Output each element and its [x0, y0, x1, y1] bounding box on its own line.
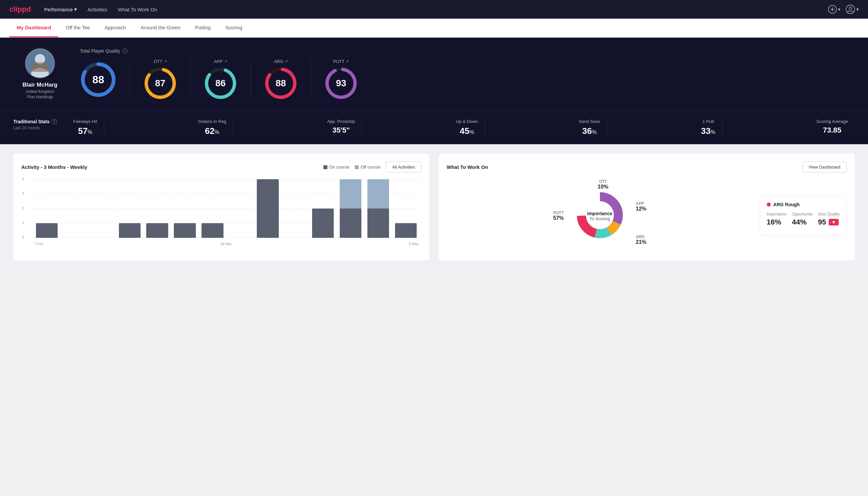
- profile-country: United Kingdom: [26, 89, 54, 94]
- what-to-work-on-card: What To Work On View Dashboard PUTT 57% …: [439, 154, 855, 261]
- stat-up-down-value: 45%: [460, 126, 474, 136]
- activity-card-header: Activity - 3 Months - Weekly On course O…: [21, 161, 421, 173]
- score-label-app: APP ↗: [214, 59, 227, 64]
- profile-handicap: Plus Handicap: [27, 95, 53, 99]
- info-dot-icon: [767, 203, 771, 206]
- stat-greens-value: 62%: [205, 126, 219, 136]
- activity-bar-chart: 4 3 2 1 0 7 Feb 28 Mar 9 May: [21, 179, 421, 246]
- ring-app: 86: [204, 67, 237, 100]
- bar-on-course: [257, 179, 279, 238]
- avatar: [25, 48, 55, 78]
- logo-text: clippd: [9, 5, 31, 14]
- chart-legend: On course Off course: [323, 165, 381, 170]
- stat-sand-value: 36%: [582, 126, 597, 136]
- nav-right: ▾ ▾: [828, 5, 859, 14]
- bars-container: [31, 179, 421, 238]
- work-card-title: What To Work On: [447, 164, 488, 170]
- info-metrics: Importance 16% Opportunity 44% Shot Qual…: [767, 212, 840, 227]
- ring-arg: 88: [264, 67, 297, 100]
- tab-off-the-tee[interactable]: Off the Tee: [58, 19, 97, 37]
- stats-row: Traditional Stats ? Last 20 rounds Fairw…: [0, 111, 868, 144]
- stat-fairways-label: Fairways Hit: [73, 119, 97, 124]
- help-icon[interactable]: ?: [122, 48, 128, 53]
- stats-help-icon[interactable]: ?: [52, 119, 57, 124]
- bar-group-1: [62, 179, 87, 238]
- bar-on-course: [340, 208, 361, 238]
- top-nav: clippd Performance ▾ Activities What To …: [0, 0, 868, 19]
- donut-label-app: APP 12%: [636, 201, 647, 212]
- bar-off-course: [367, 179, 389, 208]
- bar-on-course: [174, 223, 195, 238]
- view-dashboard-button[interactable]: View Dashboard: [802, 161, 847, 173]
- activity-chart-title: Activity - 3 Months - Weekly: [21, 164, 87, 170]
- tab-my-dashboard[interactable]: My Dashboard: [9, 19, 58, 37]
- nav-performance[interactable]: Performance ▾: [44, 6, 77, 12]
- ring-ott: 87: [144, 67, 177, 100]
- tab-approach[interactable]: Approach: [97, 19, 133, 37]
- shot-quality-flag: ▼: [829, 219, 839, 226]
- bar-group-2: [89, 179, 115, 238]
- score-card-ott: OTT ↗ 87: [130, 59, 190, 100]
- bar-group-10: [310, 179, 336, 238]
- bar-group-4: [145, 179, 170, 238]
- info-metric-shot-quality: Shot Quality 95 ▼: [818, 212, 840, 227]
- stat-sand-save: Sand Save 36%: [572, 119, 607, 136]
- x-label-may: 9 May: [409, 242, 419, 246]
- bar-group-6: [200, 179, 225, 238]
- tab-putting[interactable]: Putting: [188, 19, 218, 37]
- stat-app-proximity: App. Proximity 35'5": [320, 119, 362, 136]
- bar-on-course: [395, 223, 417, 238]
- user-chevron-icon: ▾: [856, 7, 859, 12]
- nav-what-to-work-on[interactable]: What To Work On: [118, 7, 157, 12]
- svg-rect-8: [32, 62, 48, 72]
- score-value-app: 86: [215, 78, 225, 89]
- stat-greens-label: Greens In Reg: [198, 119, 226, 124]
- stat-1-putt: 1 Putt 33%: [694, 119, 723, 136]
- bar-group-8: [255, 179, 281, 238]
- bar-group-11: [338, 179, 363, 238]
- score-label-putt: PUTT ↗: [333, 59, 349, 64]
- tab-scoring[interactable]: Scoring: [218, 19, 250, 37]
- arg-rough-info-card: ARG Rough Importance 16% Opportunity 44%…: [760, 196, 847, 235]
- profile-name: Blair McHarg: [23, 82, 58, 88]
- bar-group-12: [365, 179, 391, 238]
- bar-group-3: [117, 179, 143, 238]
- stat-1putt-label: 1 Putt: [703, 119, 714, 124]
- legend-off-course: Off course: [355, 165, 381, 170]
- logo[interactable]: clippd: [9, 5, 31, 14]
- legend-on-course: On course: [323, 165, 349, 170]
- stat-up-down: Up & Down 45%: [449, 119, 485, 136]
- profile-section: Blair McHarg United Kingdom Plus Handica…: [13, 48, 67, 99]
- legend-dot-off-course: [355, 165, 359, 169]
- bar-group-7: [227, 179, 253, 238]
- nav-left: clippd Performance ▾ Activities What To …: [9, 5, 157, 14]
- bar-on-course: [367, 208, 389, 238]
- bar-on-course: [119, 223, 141, 238]
- ott-arrow-icon: ↗: [164, 59, 167, 64]
- bottom-section: Activity - 3 Months - Weekly On course O…: [0, 144, 868, 270]
- nav-activities[interactable]: Activities: [88, 7, 107, 12]
- x-label-feb: 7 Feb: [34, 242, 43, 246]
- info-card-title: ARG Rough: [767, 202, 840, 207]
- stat-sand-label: Sand Save: [579, 119, 600, 124]
- hero-section: Blair McHarg United Kingdom Plus Handica…: [0, 37, 868, 111]
- bar-on-course: [202, 223, 223, 238]
- arg-arrow-icon: ↗: [285, 59, 288, 64]
- activity-card: Activity - 3 Months - Weekly On course O…: [13, 154, 429, 261]
- stat-greens-in-reg: Greens In Reg 62%: [191, 119, 234, 136]
- donut-center-text: Importance To Scoring: [587, 211, 612, 221]
- score-value-total: 88: [92, 73, 104, 86]
- bar-group-5: [172, 179, 198, 238]
- score-card-app: APP ↗ 86: [190, 59, 251, 100]
- svg-point-4: [849, 7, 852, 10]
- score-value-ott: 87: [155, 78, 165, 89]
- all-activities-button[interactable]: All Activities: [386, 161, 421, 173]
- bar-group-13: [393, 179, 419, 238]
- score-value-arg: 88: [275, 78, 286, 89]
- user-menu-button[interactable]: ▾: [846, 5, 859, 14]
- scores-section: Total Player Quality ? 88: [80, 48, 855, 100]
- tab-around-the-green[interactable]: Around the Green: [133, 19, 188, 37]
- add-button[interactable]: ▾: [828, 5, 840, 14]
- score-value-putt: 93: [336, 78, 346, 89]
- legend-dot-on-course: [323, 165, 327, 169]
